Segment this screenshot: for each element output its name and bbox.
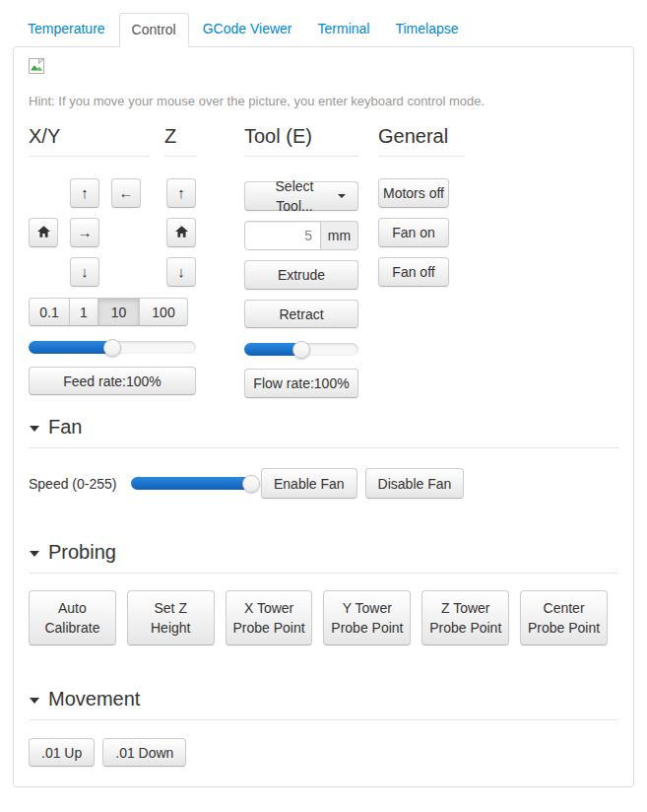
z-heading: Z — [164, 124, 196, 157]
fan-off-button[interactable]: Fan off — [378, 257, 449, 287]
jog-z-plus-button[interactable]: ↑ — [166, 178, 196, 208]
arrow-down-icon: ↓ — [81, 262, 89, 282]
tab-terminal[interactable]: Terminal — [306, 13, 382, 47]
xy-jog-pad: ↑ ← → ↓ — [29, 178, 141, 287]
flow-rate-button[interactable]: Flow rate:100% — [244, 369, 358, 398]
tab-timelapse-link[interactable]: Timelapse — [383, 13, 470, 45]
jog-controls: X/Y Z ↑ ← → ↓ ↑ ↓ — [29, 124, 618, 398]
fan-section-header[interactable]: Fan — [29, 415, 618, 439]
movement-section-header[interactable]: Movement — [29, 687, 618, 710]
control-tab-page: Temperature Control GCode Viewer Termina… — [13, 13, 634, 787]
probing-section-header[interactable]: Probing — [29, 540, 618, 564]
fan-speed-label: Speed (0-255) — [29, 476, 124, 492]
step-size-100-button[interactable]: 100 — [139, 298, 188, 326]
probing-controls: Auto Calibrate Set Z Height X Tower Prob… — [29, 590, 618, 645]
fan-on-button[interactable]: Fan on — [378, 218, 449, 247]
disable-fan-button[interactable]: Disable Fan — [365, 468, 465, 499]
jog-x-plus-button[interactable]: → — [70, 218, 99, 247]
auto-calibrate-button[interactable]: Auto Calibrate — [29, 590, 116, 645]
tab-bar: Temperature Control GCode Viewer Termina… — [13, 13, 634, 47]
feed-rate-button[interactable]: Feed rate:100% — [29, 367, 196, 395]
home-xy-button[interactable] — [29, 218, 58, 247]
tab-control[interactable]: Control — [119, 13, 189, 47]
xy-z-column: X/Y Z ↑ ← → ↓ ↑ ↓ — [29, 124, 196, 398]
z-jog-pad: ↑ ↓ — [166, 178, 196, 287]
extrude-button[interactable]: Extrude — [244, 260, 358, 290]
unit-addon: mm — [321, 221, 358, 250]
arrow-down-icon: ↓ — [177, 262, 185, 282]
enable-fan-button[interactable]: Enable Fan — [261, 468, 357, 499]
step-size-group: 0.1 1 10 100 — [29, 298, 196, 326]
arrow-right-icon: → — [78, 223, 93, 242]
set-z-height-button[interactable]: Set Z Height — [127, 590, 215, 645]
jog-x-minus-button[interactable]: ← — [111, 178, 141, 208]
fan-speed-slider[interactable] — [131, 477, 251, 490]
caret-down-icon — [338, 194, 346, 198]
z-tower-probe-point-button[interactable]: Z Tower Probe Point — [421, 590, 509, 645]
movement-section-title: Movement — [48, 687, 140, 710]
point-01-up-button[interactable]: .01 Up — [29, 738, 95, 767]
caret-down-icon — [30, 551, 39, 557]
divider — [29, 719, 618, 720]
tab-temperature[interactable]: Temperature — [16, 13, 117, 47]
tab-control-link[interactable]: Control — [119, 13, 189, 47]
feed-rate-slider-thumb[interactable] — [103, 339, 121, 357]
general-heading: General — [378, 124, 465, 157]
y-tower-probe-point-button[interactable]: Y Tower Probe Point — [323, 590, 411, 645]
retract-button[interactable]: Retract — [244, 300, 358, 328]
control-panel: Hint: If you move your mouse over the pi… — [13, 46, 634, 787]
tool-heading: Tool (E) — [244, 124, 358, 157]
x-tower-probe-point-button[interactable]: X Tower Probe Point — [226, 590, 313, 645]
fan-speed-slider-fill — [131, 477, 251, 490]
divider — [29, 573, 618, 574]
fan-controls: Speed (0-255) Enable Fan Disable Fan — [29, 468, 618, 499]
arrow-left-icon: ← — [119, 183, 134, 203]
tool-column: Tool (E) Select Tool... mm Extrude Retra… — [244, 124, 358, 398]
keyboard-hint-text: Hint: If you move your mouse over the pi… — [29, 93, 618, 110]
xy-heading: X/Y — [29, 124, 149, 157]
feed-rate-slider[interactable] — [29, 341, 196, 354]
select-tool-label: Select Tool... — [257, 176, 332, 216]
jog-y-minus-button[interactable]: ↓ — [70, 257, 99, 287]
tab-gcode-viewer-link[interactable]: GCode Viewer — [191, 13, 304, 45]
flow-rate-slider-thumb[interactable] — [292, 341, 310, 359]
extrude-amount-input[interactable] — [244, 221, 321, 250]
movement-controls: .01 Up .01 Down — [29, 738, 618, 767]
feed-rate-slider-fill — [29, 341, 112, 354]
extrude-amount-group: mm — [244, 221, 358, 250]
jog-z-minus-button[interactable]: ↓ — [166, 257, 196, 287]
step-size-1-button[interactable]: 1 — [69, 298, 98, 326]
flow-rate-slider[interactable] — [244, 343, 358, 356]
step-size-10-button[interactable]: 10 — [97, 298, 140, 326]
tab-temperature-link[interactable]: Temperature — [16, 13, 117, 45]
motors-off-button[interactable]: Motors off — [378, 178, 449, 208]
home-icon — [37, 223, 50, 242]
jog-y-plus-button[interactable]: ↑ — [70, 178, 99, 208]
fan-section-title: Fan — [48, 415, 82, 439]
divider — [29, 447, 618, 448]
arrow-up-icon: ↑ — [81, 183, 89, 203]
tab-gcode-viewer[interactable]: GCode Viewer — [191, 13, 304, 47]
point-01-down-button[interactable]: .01 Down — [102, 738, 186, 767]
select-tool-dropdown[interactable]: Select Tool... — [244, 181, 358, 211]
home-z-button[interactable] — [166, 218, 196, 247]
step-size-0.1-button[interactable]: 0.1 — [29, 298, 70, 326]
broken-image-icon — [29, 58, 44, 77]
caret-down-icon — [30, 698, 39, 704]
caret-down-icon — [30, 426, 39, 432]
tab-timelapse[interactable]: Timelapse — [383, 13, 470, 47]
probing-section-title: Probing — [48, 540, 116, 564]
arrow-up-icon: ↑ — [177, 183, 185, 203]
fan-speed-slider-thumb[interactable] — [242, 475, 260, 493]
center-probe-point-button[interactable]: Center Probe Point — [520, 590, 608, 645]
home-icon — [175, 223, 188, 242]
general-column: General Motors off Fan on Fan off — [378, 124, 465, 398]
tab-terminal-link[interactable]: Terminal — [306, 13, 382, 45]
